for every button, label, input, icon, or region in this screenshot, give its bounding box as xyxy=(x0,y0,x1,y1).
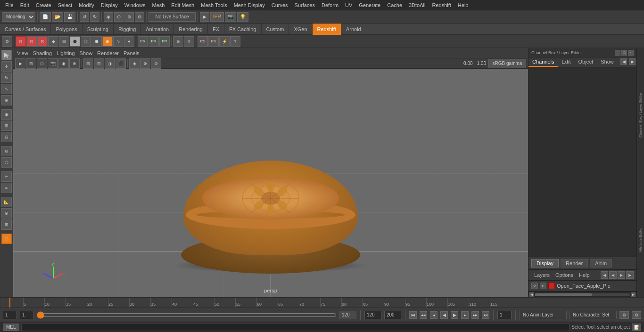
layer-arrow-left[interactable]: ◀ xyxy=(601,271,608,279)
layer-p-toggle[interactable]: P xyxy=(540,283,546,289)
vp-menu-panels[interactable]: Panels xyxy=(124,50,140,56)
param-btn[interactable]: ⊗ xyxy=(1,208,12,219)
menu-mesh-tools[interactable]: Mesh Tools xyxy=(198,1,230,9)
channel-box-tab[interactable]: Channel Box / Layer Editor xyxy=(638,93,643,138)
anim-settings-btn[interactable]: ⚙ xyxy=(619,311,629,319)
current-frame-field[interactable]: 1 xyxy=(3,311,17,319)
shelf-icon-10[interactable]: ∿ xyxy=(113,36,124,47)
menu-curves[interactable]: Curves xyxy=(268,1,291,9)
rotate-tool[interactable]: ↻ xyxy=(1,73,12,83)
snap-point-btn[interactable]: ⊞ xyxy=(1,121,12,131)
shelf-icon-3[interactable]: R xyxy=(37,36,48,47)
shelf-icon-pr2[interactable]: PR xyxy=(149,36,159,47)
measure-btn[interactable]: 📐 xyxy=(1,197,12,207)
vp-tool-2[interactable]: ⊞ xyxy=(26,58,36,69)
rp-close[interactable]: × xyxy=(628,50,634,56)
vp-cam-icon[interactable]: ⊗ xyxy=(140,58,150,69)
pb-play[interactable]: ▶ xyxy=(451,311,458,319)
pb-play-back[interactable]: ◀ xyxy=(440,311,448,319)
vp-menu-lighting[interactable]: Lighting xyxy=(57,50,75,56)
vp-tool-4[interactable]: 📷 xyxy=(48,58,58,69)
tab-fx[interactable]: FX xyxy=(208,24,224,35)
pb-prev-key[interactable]: ◂◂ xyxy=(420,311,427,319)
dt-tab-display[interactable]: Display xyxy=(531,259,559,267)
cmd-script-btn[interactable]: 📝 xyxy=(632,324,641,331)
menu-uv[interactable]: UV xyxy=(342,1,355,9)
options-item[interactable]: Options xyxy=(553,272,576,278)
attribute-editor-tab[interactable]: Attribute Editor xyxy=(638,227,643,252)
show-manip-btn[interactable]: ⊘ xyxy=(1,146,12,156)
undo-btn[interactable]: ↺ xyxy=(80,12,89,22)
rp-tab-object[interactable]: Object xyxy=(574,57,597,67)
vp-gamma-mode[interactable]: sRGB gamma xyxy=(488,59,526,68)
new-file-btn[interactable]: 📄 xyxy=(40,12,51,22)
redo-btn[interactable]: ↻ xyxy=(90,12,99,22)
scroll-left[interactable]: ◀ xyxy=(529,292,534,297)
viewport-canvas[interactable]: x y z persp xyxy=(13,69,528,297)
menu-display[interactable]: Display xyxy=(98,1,121,9)
dt-tab-anim[interactable]: Anim xyxy=(590,259,612,267)
vp-grid-icon[interactable]: ⊞ xyxy=(83,58,93,69)
custom-btn[interactable]: ⬡ xyxy=(1,234,12,244)
scroll-track[interactable] xyxy=(535,293,630,296)
move-tool[interactable]: ✛ xyxy=(1,61,12,72)
menu-mesh-display[interactable]: Mesh Display xyxy=(231,1,268,9)
rp-maximize[interactable]: □ xyxy=(621,50,627,56)
tab-polygons[interactable]: Polygons xyxy=(51,24,82,35)
menu-3dtoall[interactable]: 3DtoAll xyxy=(405,1,429,9)
shelf-icon-rs2[interactable]: RS xyxy=(208,36,219,47)
shelf-icon-11[interactable]: ● xyxy=(124,36,134,47)
soft-select-btn[interactable]: ◉ xyxy=(1,109,12,120)
range-start-field[interactable]: 1 xyxy=(20,311,34,319)
cmd-lang-label[interactable]: MEL xyxy=(3,324,19,331)
layer-arrow-right[interactable]: ▶ xyxy=(618,271,625,279)
shelf-icon-7[interactable]: ⬡ xyxy=(81,36,91,47)
rp-tab-show[interactable]: Show xyxy=(597,57,618,67)
tab-arnold[interactable]: Arnold xyxy=(341,24,366,35)
crease-btn[interactable]: ≡ xyxy=(1,183,12,193)
workspace-selector[interactable]: Modeling xyxy=(2,12,35,22)
paint-btn[interactable]: ⊗ xyxy=(124,12,134,22)
pb-forward[interactable]: ⏭ xyxy=(482,311,489,319)
help-item[interactable]: Help xyxy=(576,272,593,278)
layer-name-label[interactable]: Open_Face_Apple_Pie xyxy=(557,283,611,289)
vp-wire-icon[interactable]: ⊟ xyxy=(94,58,104,69)
vp-tool-1[interactable]: ▶ xyxy=(15,58,25,69)
pb-rewind[interactable]: ⏮ xyxy=(409,311,417,319)
tab-animation[interactable]: Animation xyxy=(141,24,174,35)
tab-rigging[interactable]: Rigging xyxy=(114,24,141,35)
tab-custom[interactable]: Custom xyxy=(262,24,289,35)
layer-color-swatch[interactable] xyxy=(548,283,555,289)
cmd-input[interactable] xyxy=(21,324,570,331)
quick-select-btn[interactable]: ⬡ xyxy=(1,157,12,168)
shelf-icon-rs4[interactable]: ? xyxy=(230,36,240,47)
menu-edit-mesh[interactable]: Edit Mesh xyxy=(168,1,198,9)
vp-tool-5[interactable]: ◉ xyxy=(58,58,69,69)
char-set-field[interactable]: No Character Set xyxy=(570,311,617,319)
vp-menu-shading[interactable]: Shading xyxy=(33,50,52,56)
timeline-scrubber[interactable] xyxy=(37,312,337,318)
select-tool-btn[interactable]: ◈ xyxy=(104,12,113,22)
menu-edit[interactable]: Edit xyxy=(17,1,33,9)
shelf-icon-9[interactable]: ⊕ xyxy=(102,36,113,47)
save-file-btn[interactable]: 💾 xyxy=(64,12,75,22)
vp-tool-6[interactable]: ⊕ xyxy=(69,58,80,69)
shelf-icon-6[interactable]: ⬟ xyxy=(70,36,80,47)
menu-generate[interactable]: Generate xyxy=(355,1,384,9)
menu-cache[interactable]: Cache xyxy=(384,1,405,9)
layer-arrow-left2[interactable]: ◀ xyxy=(609,271,617,279)
vp-tool-3[interactable]: ⬡ xyxy=(37,58,47,69)
layers-item[interactable]: Layers xyxy=(531,272,553,278)
vp-menu-show[interactable]: Show xyxy=(80,50,93,56)
vp-menu-renderer[interactable]: Renderer xyxy=(97,50,119,56)
rp-tab-edit[interactable]: Edit xyxy=(558,57,574,67)
menu-modify[interactable]: Modify xyxy=(75,1,97,9)
rp-arrow-left[interactable]: ◀ xyxy=(620,58,627,65)
shelf-icon-pr1[interactable]: PR xyxy=(138,36,148,47)
frame-end-field[interactable]: 120 xyxy=(364,311,381,319)
shelf-icon-4[interactable]: ◆ xyxy=(48,36,58,47)
vp-menu-view[interactable]: View xyxy=(17,50,28,56)
live-surface-btn[interactable]: No Live Surface xyxy=(149,12,196,22)
frame-end2-field[interactable]: 200 xyxy=(384,311,401,319)
rp-arrow-right[interactable]: ▶ xyxy=(629,58,636,65)
